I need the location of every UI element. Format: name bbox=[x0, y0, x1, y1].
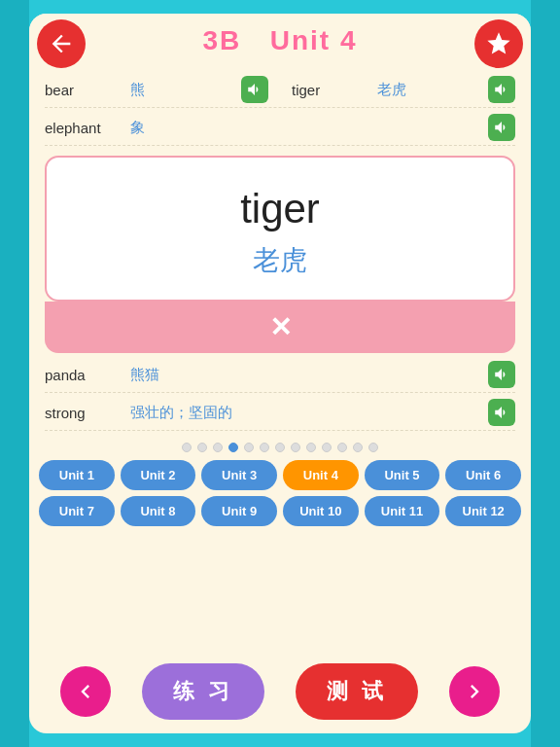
audio-btn-elephant[interactable] bbox=[488, 114, 515, 141]
side-decoration-right bbox=[531, 0, 560, 747]
word-cn-panda: 熊猫 bbox=[130, 366, 480, 384]
back-button[interactable] bbox=[37, 19, 86, 68]
dot-5[interactable] bbox=[260, 443, 269, 452]
dot-2[interactable] bbox=[213, 443, 223, 452]
dot-1[interactable] bbox=[197, 443, 207, 452]
progress-dots bbox=[182, 443, 378, 452]
dot-9[interactable] bbox=[322, 443, 332, 452]
test-button[interactable]: 测 试 bbox=[296, 663, 418, 720]
word-cn-bear: 熊 bbox=[130, 81, 233, 99]
audio-btn-strong[interactable] bbox=[488, 399, 515, 426]
header-unit: Unit 4 bbox=[270, 25, 358, 55]
dot-0[interactable] bbox=[182, 443, 192, 452]
flash-word-en: tiger bbox=[240, 186, 320, 232]
unit-row-1: Unit 7Unit 8Unit 9Unit 10Unit 11Unit 12 bbox=[39, 496, 521, 526]
word-cn-tiger: 老虎 bbox=[377, 81, 480, 99]
dot-12[interactable] bbox=[368, 443, 378, 452]
word-en-bear: bear bbox=[45, 82, 122, 98]
favorite-button[interactable] bbox=[474, 19, 523, 68]
practice-button[interactable]: 练 习 bbox=[142, 663, 264, 720]
close-icon: ✕ bbox=[269, 311, 292, 343]
flash-word-cn: 老虎 bbox=[253, 242, 307, 279]
word-en-strong: strong bbox=[45, 405, 122, 421]
unit-btn-unit-11[interactable]: Unit 11 bbox=[365, 496, 440, 526]
word-cn-strong: 强壮的；坚固的 bbox=[130, 404, 480, 422]
unit-btn-unit-1[interactable]: Unit 1 bbox=[39, 460, 115, 490]
main-panel: 3B Unit 4 bear 熊 tiger 老虎 elephant 象 bbox=[29, 14, 531, 733]
unit-btn-unit-10[interactable]: Unit 10 bbox=[283, 496, 359, 526]
dot-10[interactable] bbox=[337, 443, 347, 452]
word-row-panda: panda 熊猫 bbox=[45, 357, 515, 393]
word-cn-elephant: 象 bbox=[130, 119, 480, 137]
next-button[interactable] bbox=[449, 666, 500, 717]
dot-6[interactable] bbox=[275, 443, 285, 452]
unit-btn-unit-7[interactable]: Unit 7 bbox=[39, 496, 115, 526]
dot-7[interactable] bbox=[291, 443, 300, 452]
word-en-tiger: tiger bbox=[292, 82, 369, 98]
flash-card: tiger 老虎 bbox=[45, 156, 515, 302]
header: 3B Unit 4 bbox=[29, 14, 531, 68]
unit-row-0: Unit 1Unit 2Unit 3Unit 4Unit 5Unit 6 bbox=[39, 460, 521, 490]
audio-btn-tiger[interactable] bbox=[488, 76, 515, 103]
dot-4[interactable] bbox=[244, 443, 254, 452]
word-row-bear: bear 熊 tiger 老虎 bbox=[45, 72, 515, 108]
audio-btn-bear[interactable] bbox=[241, 76, 268, 103]
unit-btn-unit-2[interactable]: Unit 2 bbox=[121, 460, 196, 490]
side-decoration-left bbox=[0, 0, 29, 747]
word-en-elephant: elephant bbox=[45, 120, 122, 136]
dot-11[interactable] bbox=[353, 443, 363, 452]
unit-grid: Unit 1Unit 2Unit 3Unit 4Unit 5Unit 6Unit… bbox=[29, 456, 531, 530]
unit-btn-unit-5[interactable]: Unit 5 bbox=[365, 460, 440, 490]
unit-btn-unit-6[interactable]: Unit 6 bbox=[445, 460, 521, 490]
bottom-nav: 练 习 测 试 bbox=[29, 654, 531, 733]
word-row-elephant: elephant 象 bbox=[45, 110, 515, 146]
word-row-strong: strong 强壮的；坚固的 bbox=[45, 395, 515, 431]
dot-8[interactable] bbox=[306, 443, 316, 452]
unit-btn-unit-9[interactable]: Unit 9 bbox=[201, 496, 277, 526]
unit-btn-unit-3[interactable]: Unit 3 bbox=[201, 460, 277, 490]
word-en-panda: panda bbox=[45, 367, 122, 383]
word-list-bottom: panda 熊猫 strong 强壮的；坚固的 bbox=[29, 353, 531, 435]
dot-3[interactable] bbox=[228, 443, 238, 452]
prev-button[interactable] bbox=[60, 666, 111, 717]
close-bar[interactable]: ✕ bbox=[45, 302, 515, 353]
word-list-top: bear 熊 tiger 老虎 elephant 象 bbox=[29, 68, 531, 150]
unit-btn-unit-4[interactable]: Unit 4 bbox=[283, 460, 359, 490]
header-title: 3B Unit 4 bbox=[203, 25, 358, 56]
header-prefix: 3B bbox=[203, 25, 242, 55]
audio-btn-panda[interactable] bbox=[488, 361, 515, 388]
unit-btn-unit-8[interactable]: Unit 8 bbox=[121, 496, 196, 526]
unit-btn-unit-12[interactable]: Unit 12 bbox=[445, 496, 521, 526]
